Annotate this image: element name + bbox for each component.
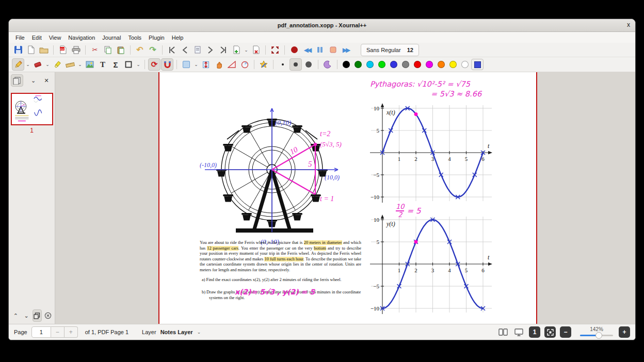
zoom-fit-button[interactable] [544,326,556,338]
select-dropdown-icon[interactable]: ⌄ [193,62,199,67]
grid-snap-magnet-icon[interactable] [161,58,173,71]
menu-plugin[interactable]: Plugin [146,34,167,42]
goto-page-button[interactable] [191,44,204,56]
new-page-dropdown-icon[interactable]: ⌄ [243,47,249,53]
pythagoras-line2: = 5√3 ≈ 8.66 [431,89,481,99]
page-plus-button[interactable]: + [65,326,78,338]
setsquare-tool-button[interactable] [226,58,238,71]
next-page-icon[interactable] [204,44,217,56]
pause-icon[interactable] [314,44,326,56]
scroll-down-icon[interactable]: ⌄ [22,309,31,322]
new-page-after-button[interactable] [230,44,243,56]
menu-navigation[interactable]: Navigation [66,34,98,42]
zoom-out-button[interactable]: − [560,326,571,338]
page-thumbnail[interactable]: 1 [11,93,53,134]
pen-tool-button[interactable] [12,58,24,71]
color-swatch-orange[interactable] [438,61,445,68]
menu-file[interactable]: File [13,34,27,42]
color-swatch-lightblue[interactable] [366,61,374,68]
close-icon[interactable]: x [627,21,630,28]
shape-tool-button[interactable] [122,58,135,71]
text-tool-button[interactable]: T [96,58,109,71]
menu-edit[interactable]: Edit [29,34,44,42]
highlighter-tool-button[interactable] [51,58,63,71]
color-swatch-red[interactable] [414,61,421,68]
zoom-100-button[interactable]: 1 [529,326,540,338]
menu-help[interactable]: Help [169,34,186,42]
thickness-fine-button[interactable] [277,58,289,71]
zoom-slider[interactable] [580,332,613,338]
math-tex-tool-button[interactable]: Σ [109,58,122,71]
presentation-mode-icon[interactable] [512,326,525,338]
zoom-in-button[interactable]: + [619,326,630,338]
color-swatch-white[interactable] [461,61,469,68]
highlighted-text: 10 full turns each hour [264,257,303,261]
layer-selector[interactable]: Notes Layer [160,329,193,335]
hand-tool-button[interactable] [213,58,225,71]
copy-icon[interactable] [102,44,114,56]
rewind-icon[interactable]: ◀◀ [301,44,313,56]
menu-view[interactable]: View [46,34,64,42]
eraser-dropdown-icon[interactable]: ⌄ [44,62,51,67]
undo-icon[interactable]: ↶ [134,44,146,56]
svg-text:6: 6 [481,267,485,273]
vertical-space-button[interactable] [200,58,212,71]
document-canvas[interactable]: Pythagoras: √10²-5² = √75 = 5√3 ≈ 8.66 1… [55,72,635,324]
fast-forward-icon[interactable]: ▶▶ [340,44,352,56]
ruler-dropdown-icon[interactable]: ⌄ [77,62,83,67]
color-swatch-blue[interactable] [390,61,397,68]
save-button[interactable] [12,44,24,56]
ruler-tool-button[interactable] [64,58,76,71]
sidebar-dropdown-icon[interactable]: ⌄ [27,74,40,87]
thickness-thick-button[interactable] [302,58,315,71]
rotation-snap-icon[interactable]: ⟳ [148,58,160,71]
paste-icon[interactable] [115,44,127,56]
color-swatch-yellow[interactable] [449,61,457,68]
delete-page-button[interactable] [250,44,262,56]
color-swatch-green[interactable] [355,61,362,68]
redo-icon[interactable]: ↷ [147,44,159,56]
image-tool-button[interactable] [84,58,96,71]
cut-icon[interactable]: ✂ [89,44,101,56]
color-swatch-magenta[interactable] [426,61,433,68]
previous-page-icon[interactable] [179,44,191,56]
color-swatch-gray[interactable] [402,61,409,68]
first-page-icon[interactable] [166,44,178,56]
sidebar-close-icon[interactable]: ✕ [40,74,53,87]
font-button[interactable]: Sans Regular 12 [361,44,419,56]
stop-icon[interactable] [327,44,339,56]
eraser-tool-button[interactable] [31,58,44,71]
wheel-label-t2-coord: (5√3, 5) [320,140,342,148]
new-document-button[interactable] [25,44,37,56]
thickness-medium-button[interactable] [289,58,302,71]
open-button[interactable] [38,44,50,56]
dual-page-view-icon[interactable] [497,326,509,338]
page-minus-button[interactable]: − [51,326,65,338]
print-button[interactable] [70,44,82,56]
svg-text:1: 1 [398,267,401,273]
export-pdf-button[interactable]: PDF [57,44,69,56]
question-item-a: a) Find the exact coordinates x(2), y(2)… [202,277,361,283]
problem-paragraph: You are about to ride the Ferris wheel i… [200,240,361,273]
record-icon[interactable] [288,44,300,56]
shape-recognizer-button[interactable] [257,58,270,71]
scroll-up-icon[interactable]: ⌃ [11,309,21,322]
menu-tools[interactable]: Tools [125,34,144,42]
select-rectangle-button[interactable] [180,58,192,71]
color-picker-button[interactable] [471,59,484,70]
compass-tool-button[interactable] [238,58,251,71]
shape-dropdown-icon[interactable]: ⌄ [135,62,141,67]
last-page-icon[interactable] [217,44,230,56]
close-circle-icon[interactable] [43,309,53,322]
preview-pages-icon[interactable] [11,74,23,87]
color-swatch-black[interactable] [343,61,350,68]
menu-journal[interactable]: Journal [100,34,123,42]
color-swatch-lightgreen[interactable] [378,61,385,68]
duplicate-view-icon[interactable] [33,309,42,322]
fullscreen-icon[interactable] [269,44,281,56]
page-number-input[interactable] [31,326,51,338]
fill-color-moon-icon[interactable] [321,58,334,71]
pen-dropdown-icon[interactable]: ⌄ [25,62,31,67]
layer-dropdown-icon[interactable]: ⌄ [196,330,202,335]
pdf-page[interactable]: Pythagoras: √10²-5² = √75 = 5√3 ≈ 8.66 1… [158,72,537,324]
